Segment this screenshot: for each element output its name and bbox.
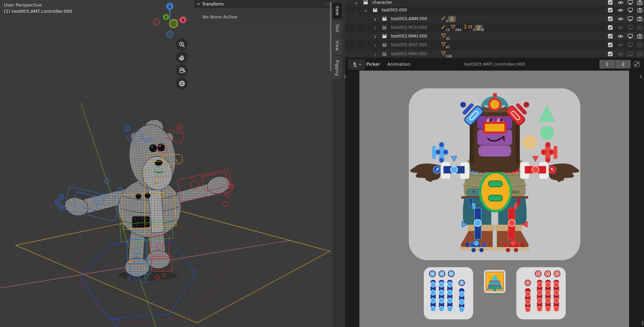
zoom-icon[interactable] [176,38,188,50]
sidebar-tab-item[interactable]: Item [333,3,342,19]
tree-toggle[interactable] [484,270,506,293]
sidebar-tab-view[interactable]: View [333,37,342,54]
character-picker[interactable] [359,71,629,327]
sidebar-tab-tool[interactable]: Tool [333,21,342,36]
camera-toggle-icon[interactable] [637,16,643,22]
camera-toggle-icon[interactable] [637,0,643,6]
tab-picker[interactable]: Picker [366,58,380,71]
eye-toggle-icon[interactable] [617,0,623,6]
page-2-button[interactable]: 2 [615,60,631,69]
right-leg-control[interactable] [508,208,515,239]
armature-icon [475,25,483,31]
eye-toggle-icon[interactable] [617,51,623,57]
armature-icon [475,25,483,31]
svg-text:X: X [182,18,184,22]
outliner-item-label: test003.RMH.000 [391,34,427,39]
camera-toggle-icon[interactable] [637,7,643,13]
check-toggle-icon[interactable] [607,24,613,31]
transform-panel-header[interactable]: Transform [194,0,333,8]
sidebar-scrollbar[interactable] [330,1,332,71]
check-toggle-icon[interactable] [607,51,613,57]
outliner-item-label: test003.MCH.000 [391,25,427,30]
disclosure-right-icon[interactable] [373,16,378,21]
eye-toggle-icon[interactable] [617,16,623,22]
disclosure-right-icon[interactable] [373,51,378,56]
disclosure-down-icon[interactable] [354,0,359,5]
rig-floor-controls[interactable] [16,211,330,327]
check-toggle-icon[interactable] [607,7,613,13]
eye-toggle-icon[interactable] [617,7,623,13]
check-toggle-icon[interactable] [607,42,613,48]
control-label-L: L [176,158,178,163]
right-finger-panel[interactable] [516,267,566,319]
outliner-row-test003.WGT.000[interactable]: test003.WGT.00047 [345,41,644,49]
screen-toggle-icon[interactable] [627,0,633,6]
chevron-down-icon [359,64,361,65]
left-leg-control[interactable] [474,208,481,239]
outliner: charactertest003.000test003.ANM.0003test… [345,0,644,58]
svg-text:Z: Z [168,5,171,9]
picker-panel: Picker Animation test003.AMT.controller.… [345,58,644,327]
check-toggle-icon[interactable] [607,16,613,22]
screen-toggle-icon[interactable] [627,33,633,39]
character-mesh[interactable] [63,118,232,281]
pan-hand-icon[interactable] [176,51,188,63]
camera-view-icon[interactable] [176,64,188,76]
picker-scrollbar[interactable] [642,321,643,326]
viewport-scene[interactable]: L [0,0,333,327]
region-expand-right-icon[interactable] [639,74,643,79]
outliner-row-test003.ANM.000[interactable]: test003.ANM.0003 [345,15,644,23]
viewport-3d[interactable]: L [0,0,333,327]
fullscreen-icon[interactable] [632,60,642,69]
left-finger-panel[interactable] [424,267,473,319]
rig-dropdown-icon[interactable] [348,59,365,70]
collection-icon [363,0,368,5]
nav-gizmo[interactable]: Z Y X [153,3,187,38]
belly-control[interactable] [480,172,511,211]
eye-toggle-icon[interactable] [617,42,623,48]
screen-toggle-icon[interactable] [627,42,633,48]
region-expand-left-icon[interactable] [343,74,347,79]
disclosure-down-icon[interactable] [364,8,368,13]
sidebar-tab-rigging[interactable]: Rigging [333,57,342,79]
picker-page-buttons: 1 2 [599,60,631,69]
armature-icon [448,16,456,22]
check-toggle-icon[interactable] [607,0,613,6]
tab-animation[interactable]: Animation [387,58,410,71]
transform-panel-body: No Bone Active [194,8,333,25]
screen-toggle-icon[interactable] [627,7,633,13]
gizmo-neg-y [170,20,178,28]
outliner-item-label: test003.PMH.000 [391,51,427,56]
outliner-row-test003.PMH.000[interactable]: test003.PMH.000126 [345,50,644,58]
curve-icon [462,24,467,31]
outliner-row-test003.RMH.000[interactable]: test003.RMH.00031 [345,32,644,40]
outliner-row-test003.MCH.000[interactable]: test003.MCH.0001128434 [345,23,644,32]
disclosure-right-icon[interactable] [373,42,378,47]
disclosure-right-icon[interactable] [373,25,378,30]
screen-toggle-icon[interactable] [627,51,633,57]
eye-toggle-icon[interactable] [617,24,623,31]
outliner-item-label: test003.WGT.000 [391,42,427,47]
outliner-item-label: character [372,0,392,5]
viewport-mode-label: User Perspective [4,2,42,8]
camera-toggle-icon[interactable] [637,24,643,31]
camera-toggle-icon[interactable] [637,33,643,39]
chevron-down-icon [197,3,200,5]
collection-icon [372,7,378,13]
blender-window: L [0,0,644,327]
check-toggle-icon[interactable] [607,33,613,39]
eye-toggle-icon[interactable] [617,33,623,39]
page-1-button[interactable]: 1 [599,60,615,69]
outliner-row-test003.000[interactable]: test003.000 [345,6,644,14]
sidebar-tab-strip: ItemToolViewRigging [333,0,345,327]
collection-icon [382,51,387,57]
panel-drag-grip-icon[interactable] [324,2,330,6]
screen-toggle-icon[interactable] [627,24,633,31]
disclosure-right-icon[interactable] [373,34,378,39]
picker-canvas[interactable] [359,71,629,327]
grid-view-icon[interactable] [176,77,188,89]
camera-toggle-icon[interactable] [637,51,643,57]
outliner-item-label: test003.000 [382,8,407,13]
screen-toggle-icon[interactable] [627,16,633,22]
camera-toggle-icon[interactable] [637,42,643,48]
